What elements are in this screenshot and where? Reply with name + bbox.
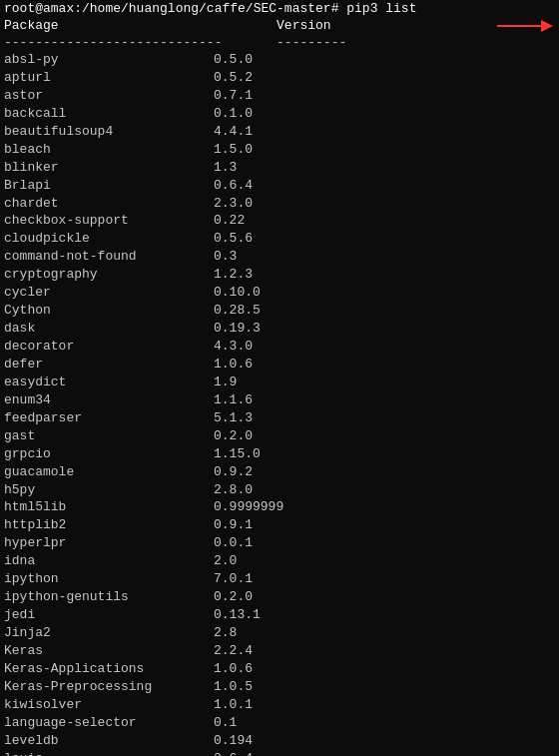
package-name: checkbox-support: [4, 212, 214, 230]
package-name: defer: [4, 356, 214, 374]
table-row: decorator4.3.0: [0, 338, 559, 356]
table-row: absl-py0.5.0: [0, 51, 559, 69]
package-name: h5py: [4, 481, 214, 499]
table-row: Brlapi0.6.4: [0, 177, 559, 195]
arrow-icon: [497, 17, 557, 35]
package-name: beautifulsoup4: [4, 123, 214, 141]
package-name: cryptography: [4, 266, 214, 284]
package-version: 2.0: [214, 552, 237, 570]
package-name: easydict: [4, 374, 214, 391]
package-version: 0.2.0: [214, 588, 253, 606]
package-version: 1.3: [214, 159, 237, 177]
package-version: 0.22: [214, 212, 245, 230]
package-version: 0.19.3: [214, 320, 261, 338]
package-name: cycler: [4, 284, 214, 302]
table-row: h5py2.8.0: [0, 481, 559, 499]
package-name: decorator: [4, 338, 214, 356]
table-row: hyperlpr0.0.1: [0, 534, 559, 552]
package-name: Jinja2: [4, 624, 214, 642]
package-version: 0.1: [214, 714, 237, 732]
table-row: cryptography1.2.3: [0, 266, 559, 284]
table-row: apturl0.5.2: [0, 69, 559, 87]
table-row: guacamole0.9.2: [0, 463, 559, 481]
table-row: leveldb0.194: [0, 732, 559, 750]
package-version: 4.3.0: [214, 338, 253, 356]
table-row: gast0.2.0: [0, 427, 559, 445]
package-name: leveldb: [4, 732, 214, 750]
table-row: jedi0.13.1: [0, 606, 559, 624]
package-name: language-selector: [4, 714, 214, 732]
package-version: 2.3.0: [214, 195, 253, 213]
table-row: grpcio1.15.0: [0, 445, 559, 463]
package-version: 1.9: [214, 374, 237, 391]
table-row: cloudpickle0.5.6: [0, 230, 559, 248]
table-row: feedparser5.1.3: [0, 409, 559, 427]
table-row: blinker1.3: [0, 159, 559, 177]
table-row: Keras-Preprocessing1.0.5: [0, 678, 559, 696]
table-row: ipython7.0.1: [0, 570, 559, 588]
package-version: 2.2.4: [214, 642, 253, 660]
package-version: 1.0.5: [214, 678, 253, 696]
table-row: astor0.7.1: [0, 87, 559, 105]
package-version: 1.0.6: [214, 356, 253, 374]
package-name: louis: [4, 750, 214, 756]
table-row: chardet2.3.0: [0, 195, 559, 213]
package-name: Cython: [4, 302, 214, 320]
package-name: ipython-genutils: [4, 588, 214, 606]
package-name: astor: [4, 87, 214, 105]
table-row: idna2.0: [0, 552, 559, 570]
table-row: louis2.6.4: [0, 750, 559, 756]
table-row: Jinja22.8: [0, 624, 559, 642]
package-version: 0.9999999: [214, 498, 283, 516]
table-row: defer1.0.6: [0, 356, 559, 374]
package-version: 0.6.4: [214, 177, 253, 195]
table-row: language-selector0.1: [0, 714, 559, 732]
package-version: 2.8: [214, 624, 237, 642]
col-header-row: Package Version: [0, 17, 559, 34]
package-version: 1.0.6: [214, 660, 253, 678]
package-version: 1.5.0: [214, 141, 253, 159]
table-row: httplib20.9.1: [0, 516, 559, 534]
package-name: guacamole: [4, 463, 214, 481]
package-name: feedparser: [4, 409, 214, 427]
table-row: html5lib0.9999999: [0, 498, 559, 516]
table-row: checkbox-support0.22: [0, 212, 559, 230]
package-version: 4.4.1: [214, 123, 253, 141]
table-row: Cython0.28.5: [0, 302, 559, 320]
terminal: root@amax:/home/huanglong/caffe/SEC-mast…: [0, 0, 559, 756]
package-version: 0.9.2: [214, 463, 253, 481]
table-row: cycler0.10.0: [0, 284, 559, 302]
package-name: enum34: [4, 391, 214, 409]
package-name: dask: [4, 320, 214, 338]
package-name: blinker: [4, 159, 214, 177]
package-version: 5.1.3: [214, 409, 253, 427]
package-version: 0.9.1: [214, 516, 253, 534]
table-row: Keras2.2.4: [0, 642, 559, 660]
package-version: 0.1.0: [214, 105, 253, 123]
package-version: 0.5.6: [214, 230, 253, 248]
package-version: 0.0.1: [214, 534, 253, 552]
packages-list: absl-py0.5.0apturl0.5.2astor0.7.1backcal…: [0, 51, 559, 756]
package-name: ipython: [4, 570, 214, 588]
table-row: bleach1.5.0: [0, 141, 559, 159]
package-name: httplib2: [4, 516, 214, 534]
package-version: 1.15.0: [214, 445, 261, 463]
command-line: root@amax:/home/huanglong/caffe/SEC-mast…: [0, 0, 559, 17]
package-version: 0.3: [214, 248, 237, 266]
package-name: backcall: [4, 105, 214, 123]
table-row: kiwisolver1.0.1: [0, 696, 559, 714]
package-version: 2.8.0: [214, 481, 253, 499]
package-name: gast: [4, 427, 214, 445]
package-name: hyperlpr: [4, 534, 214, 552]
package-version: 0.5.0: [214, 51, 253, 69]
col-header: Package Version: [4, 18, 331, 33]
table-row: enum341.1.6: [0, 391, 559, 409]
package-name: idna: [4, 552, 214, 570]
package-name: bleach: [4, 141, 214, 159]
package-version: 0.7.1: [214, 87, 253, 105]
package-version: 1.1.6: [214, 391, 253, 409]
separator: ---------------------------- ---------: [0, 34, 559, 51]
package-version: 1.0.1: [214, 696, 253, 714]
table-row: beautifulsoup44.4.1: [0, 123, 559, 141]
package-name: Keras-Preprocessing: [4, 678, 214, 696]
